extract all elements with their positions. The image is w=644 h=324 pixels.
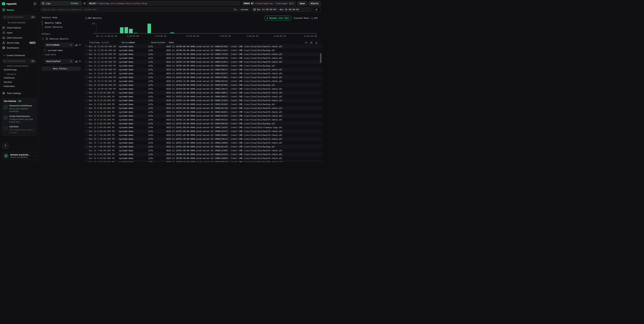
chevron-right-icon[interactable]: › [42,60,43,62]
table-row[interactable]: ›Nov 15 11:00:00.000 PMsystemd-demoinfo2… [84,68,322,72]
table-row[interactable]: ›Nov 15 11:00:00.000 PMsystemd-demoinfo2… [84,64,322,68]
table-row[interactable]: ›Nov 15 8:00:00.000 PMsystemd-demoinfo20… [84,126,322,129]
scrollbar-thumb[interactable] [320,53,322,63]
table-row[interactable]: ›Nov 15 10:30:00.000 PMsystemd-demoinfo2… [84,75,322,79]
text-wrap-icon[interactable] [310,41,312,43]
row-expand-icon[interactable]: › [84,138,88,140]
table-row[interactable]: ›Nov 15 7:45:00.000 PMsystemd-demoinfo20… [84,133,322,137]
table-row[interactable]: ›Nov 15 7:15:00.000 PMsystemd-demoinfo20… [84,141,322,145]
load-more-button[interactable]: › Load more [42,53,81,56]
table-row[interactable]: ›Nov 15 7:30:00.000 PMsystemd-demoinfo20… [84,137,322,141]
table-row[interactable]: ›Nov 15 10:45:00.000 PMsystemd-demoinfo2… [84,72,322,75]
row-expand-icon[interactable]: › [84,84,88,86]
servicename-filter-box[interactable]: ServiceName [44,43,74,47]
row-expand-icon[interactable]: › [84,153,88,156]
source-selector[interactable]: Logs Schema ⌃⌃ [40,1,82,6]
scrollbar-track[interactable] [320,53,322,161]
column-header-timestamp[interactable]: Timestamp (Local) [89,41,119,44]
date-range-picker[interactable]: 1 Nov 15 00:00:00 - Nov 16 00:00:00 [252,7,312,12]
row-expand-icon[interactable]: › [84,130,88,132]
drag-handle-icon[interactable]: ⋮⋮ [166,42,168,43]
table-row[interactable]: ›Nov 15 8:00:00.000 PMsystemd-demoinfo20… [84,122,322,126]
more-filters-button[interactable]: More filters ⌄ [42,66,81,71]
language-sql[interactable]: SQL [234,8,237,11]
row-expand-icon[interactable]: › [84,96,88,98]
row-expand-icon[interactable]: › [84,142,88,144]
sidebar-item-clickhouse[interactable]: ClickHouse [0,76,38,80]
saved-searches-input[interactable]: Saved Searches ⌘K [2,15,36,19]
row-expand-icon[interactable]: › [84,61,88,63]
table-row[interactable]: ›Nov 15 6:15:00.000 PMsystemd-demoinfo20… [84,160,322,162]
table-row[interactable]: ›Nov 15 7:00:00.000 PMsystemd-demoinfo20… [84,149,322,153]
table-row[interactable]: ›Nov 15 10:15:00.000 PMsystemd-demoinfo2… [84,79,322,83]
resume-live-tail-button[interactable]: Resume Live Tail [264,16,291,20]
row-expand-icon[interactable]: › [84,99,88,102]
table-row[interactable]: ›Nov 15 9:30:00.000 PMsystemd-demoinfo20… [84,95,322,99]
save-button[interactable]: Save [297,1,307,6]
histogram-bar[interactable] [148,24,151,33]
option-checkbox[interactable] [44,49,46,52]
sidebar-item-systemd-logs[interactable]: Systemd logs [0,67,38,72]
row-expand-icon[interactable]: › [84,57,88,59]
language-lucene[interactable]: Lucene [241,8,248,11]
sidebar-item-service-map[interactable]: Service Map BETA [0,40,38,45]
table-row[interactable]: ›Nov 15 9:45:00.000 PMsystemd-demoinfo20… [84,91,322,95]
table-row[interactable]: ›Nov 15 9:15:00.000 PMsystemd-demoinfo20… [84,99,322,102]
row-expand-icon[interactable]: › [84,111,88,113]
row-expand-icon[interactable]: › [84,92,88,94]
table-row[interactable]: ›Nov 16 12:00:00.000 AMsystemd-demoinfo2… [84,45,322,48]
denoise-checkbox[interactable] [42,37,44,40]
row-expand-icon[interactable]: › [84,134,88,136]
row-expand-icon[interactable]: › [84,72,88,75]
row-expand-icon[interactable]: › [84,119,88,121]
get-started-step[interactable]: ✓ Add Data Start sending logs, metrics, … [4,125,34,134]
row-expand-icon[interactable]: › [84,126,88,129]
sidebar-item-dashboards[interactable]: Dashboards ⌃ [0,45,38,50]
denoise-results-toggle[interactable]: Denoise Results [42,37,81,40]
select-columns-input[interactable]: SELECT Timestamp,ServiceName,SeverityTex… [87,1,240,6]
get-started-step[interactable]: ✓ Create Data Sources Configure where yo… [4,115,34,124]
sidebar-item-services[interactable]: Services [0,80,38,84]
table-row[interactable]: ›Nov 15 8:30:00.000 PMsystemd-demoinfo20… [84,114,322,118]
drag-handle-icon[interactable]: ⋮⋮ [119,42,121,43]
mode-event-patterns[interactable]: Event Patterns [42,25,81,29]
row-expand-icon[interactable]: › [84,76,88,78]
row-expand-icon[interactable]: › [84,49,88,51]
row-expand-icon[interactable]: › [84,80,88,82]
table-row[interactable]: ›Nov 15 10:00:00.000 PMsystemd-demoinfo2… [84,83,322,87]
histogram-bar[interactable] [124,27,128,33]
table-row[interactable]: ›Nov 15 11:15:00.000 PMsystemd-demoinfo2… [84,60,322,64]
sidebar-item-chart-explorer[interactable]: Chart Explorer [0,25,38,30]
sidebar-item-team-settings[interactable]: Team Settings [0,91,38,96]
row-expand-icon[interactable]: › [84,103,88,105]
table-row[interactable]: ›Nov 16 12:00:00.000 AMsystemd-demoinfo2… [84,48,322,52]
create-dashboard-button[interactable]: + Create Dashboard [0,53,38,58]
row-expand-icon[interactable]: › [84,157,88,159]
chevron-down-icon[interactable]: ⌄ [42,44,43,46]
code-view-icon[interactable] [305,41,308,43]
row-expand-icon[interactable]: › [84,115,88,117]
section-saved-dashboards[interactable]: ⌄ SAVED DASHBOARDS [0,63,38,67]
table-row[interactable]: ›Nov 15 9:00:00.000 PMsystemd-demoinfo20… [84,106,322,110]
download-icon[interactable] [315,41,318,43]
sidebar-collapse-icon[interactable] [34,2,36,5]
row-expand-icon[interactable]: › [84,68,88,71]
sidebar-item-alerts[interactable]: Alerts [0,30,38,35]
filter-option-systemd-demo[interactable]: systemd-demo [44,49,81,52]
run-query-button[interactable] [313,7,321,12]
row-expand-icon[interactable]: › [84,45,88,48]
column-header-body[interactable]: ⋮⋮Body [166,41,307,44]
order-by-input[interactable]: ORDER BY (TimestampTime, Timestamp) DESC [242,1,296,6]
chevron-up-icon[interactable]: ⌃ [33,100,34,102]
table-row[interactable]: ›Nov 15 11:30:00.000 PMsystemd-demoinfo2… [84,56,322,60]
event-search-input[interactable]: Search your events w/ Lucene ex. column:… [40,7,250,12]
table-row[interactable]: ›Nov 15 6:30:00.000 PMsystemd-demoinfo20… [84,156,322,160]
row-expand-icon[interactable]: › [84,53,88,55]
sidebar-item-client-sessions[interactable]: Client Sessions [0,35,38,40]
alerts-button[interactable]: Alerts [308,1,321,6]
histogram-bar[interactable] [120,27,124,33]
column-header-severitytext[interactable]: ⋮⋮SeverityText [148,41,166,44]
user-menu[interactable]: D dominic.tran@clic... dominic.tran@clic… [2,152,37,160]
severitytext-filter-box[interactable]: SeverityText [44,59,74,63]
sidebar-item-search[interactable]: Search ⌃ [0,6,38,13]
